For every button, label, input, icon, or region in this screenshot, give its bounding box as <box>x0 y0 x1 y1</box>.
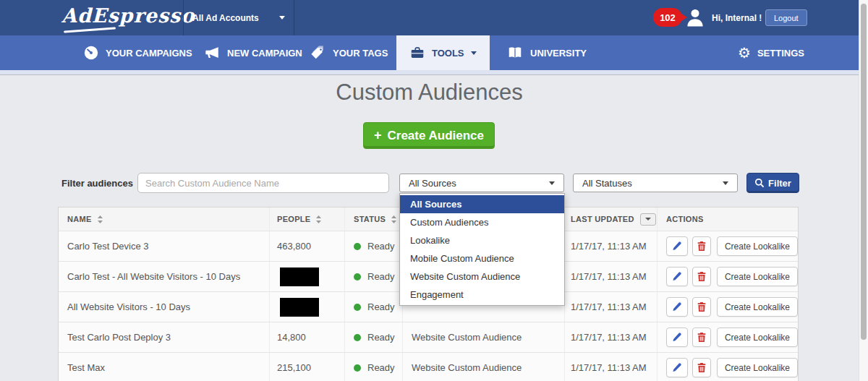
source-select-value: All Sources <box>409 178 456 189</box>
sort-direction-button[interactable] <box>640 213 656 226</box>
table-row: Test Max 215,100 Ready Website Custom Au… <box>59 352 798 381</box>
notification-badge[interactable]: 102 <box>653 8 682 27</box>
status-cell: Ready <box>345 231 403 261</box>
filter-button[interactable]: Filter <box>746 173 799 193</box>
edit-button[interactable] <box>666 328 688 347</box>
column-header-people[interactable]: PEOPLE <box>270 207 345 231</box>
delete-button[interactable] <box>692 328 711 347</box>
adespresso-logo[interactable]: AdEspresso <box>61 4 195 27</box>
status-label: Ready <box>367 271 395 282</box>
dropdown-option-all-sources[interactable]: All Sources <box>400 195 564 213</box>
navbar: YOUR CAMPAIGNS NEW CAMPAIGN YOUR TAGS <box>0 35 868 70</box>
nav-new-campaign-label: NEW CAMPAIGN <box>227 48 302 59</box>
status-ready-dot <box>354 304 361 311</box>
people-count-cell: 215,100 <box>270 353 345 381</box>
audience-name-cell: All Website Visitors - 10 Days <box>59 292 270 322</box>
create-lookalike-button[interactable]: Create Lookalike <box>717 297 798 317</box>
source-dropdown-menu: All Sources Custom Audiences Lookalike M… <box>399 193 565 306</box>
dropdown-option-custom-audiences[interactable]: Custom Audiences <box>400 213 564 231</box>
topbar: AdEspresso All Ad Accounts 102 Hi, Inter… <box>0 0 868 35</box>
create-audience-button[interactable]: + Create Audience <box>363 122 495 149</box>
actions-cell: Create Lookalike <box>658 262 798 291</box>
status-label: Ready <box>367 332 395 343</box>
last-updated-cell: 1/17/17, 11:13 AM <box>565 322 658 352</box>
nav-tools[interactable]: TOOLS <box>396 35 490 70</box>
briefcase-icon <box>409 45 425 61</box>
column-label: ACTIONS <box>666 215 704 223</box>
status-ready-dot <box>354 243 361 250</box>
ad-account-selector[interactable]: All Ad Accounts <box>183 0 294 35</box>
status-cell: Ready <box>345 292 403 322</box>
actions-cell: Create Lookalike <box>658 353 798 381</box>
audience-name-cell: Carlo Test Device 3 <box>59 231 270 261</box>
edit-button[interactable] <box>666 236 688 256</box>
status-select[interactable]: All Statuses <box>573 174 738 192</box>
audience-name-cell: Test Max <box>59 353 270 381</box>
column-header-status[interactable]: STATUS <box>345 207 403 231</box>
actions-cell: Create Lookalike <box>658 231 798 261</box>
source-cell: Website Custom Audience <box>403 353 565 381</box>
delete-button[interactable] <box>692 267 711 286</box>
scrollbar[interactable] <box>859 0 868 381</box>
nav-settings-label: SETTINGS <box>757 48 804 59</box>
delete-button[interactable] <box>692 358 711 377</box>
source-cell: Website Custom Audience <box>403 322 565 352</box>
nav-tools-label: TOOLS <box>432 48 464 59</box>
status-cell: Ready <box>345 262 403 291</box>
nav-new-campaign[interactable]: NEW CAMPAIGN <box>204 35 302 70</box>
status-ready-dot <box>354 334 361 341</box>
actions-cell: Create Lookalike <box>658 322 798 352</box>
search-input[interactable] <box>137 173 389 193</box>
column-header-name[interactable]: NAME <box>59 207 270 231</box>
actions-cell: Create Lookalike <box>658 292 798 322</box>
column-header-actions: ACTIONS <box>658 207 798 231</box>
column-label: STATUS <box>354 215 386 223</box>
nav-settings[interactable]: ⚙ SETTINGS <box>738 35 804 70</box>
dropdown-option-engagement[interactable]: Engagement <box>400 286 564 304</box>
sort-icon <box>391 215 396 223</box>
people-count-cell: 14,800 <box>270 322 345 352</box>
nav-university[interactable]: UNIVERSITY <box>506 35 587 70</box>
status-ready-dot <box>354 273 361 281</box>
gear-icon: ⚙ <box>738 46 751 60</box>
create-lookalike-button[interactable]: Create Lookalike <box>717 358 798 377</box>
status-label: Ready <box>367 362 395 373</box>
user-icon[interactable] <box>684 7 706 28</box>
last-updated-cell: 1/17/17, 11:13 AM <box>565 231 658 261</box>
caret-down-icon <box>279 16 285 20</box>
nav-your-tags[interactable]: YOUR TAGS <box>310 35 388 70</box>
logout-button[interactable]: Logout <box>765 9 807 26</box>
dropdown-option-website-custom-audience[interactable]: Website Custom Audience <box>400 267 564 286</box>
book-icon <box>506 45 524 61</box>
status-select-value: All Statuses <box>582 178 632 189</box>
sort-icon <box>98 215 103 223</box>
create-lookalike-button[interactable]: Create Lookalike <box>717 328 798 347</box>
create-lookalike-button[interactable]: Create Lookalike <box>717 236 798 256</box>
sort-icon <box>316 215 321 223</box>
column-header-last-updated[interactable]: LAST UPDATED <box>565 207 658 231</box>
edit-button[interactable] <box>666 267 688 286</box>
caret-down-icon <box>723 181 728 185</box>
dropdown-option-lookalike[interactable]: Lookalike <box>400 231 564 249</box>
nav-your-campaigns[interactable]: YOUR CAMPAIGNS <box>83 35 192 70</box>
dropdown-option-mobile-custom-audience[interactable]: Mobile Custom Audience <box>400 249 564 267</box>
caret-down-icon <box>645 218 651 221</box>
edit-button[interactable] <box>666 297 688 317</box>
create-lookalike-button[interactable]: Create Lookalike <box>717 267 798 286</box>
edit-button[interactable] <box>666 358 688 377</box>
filter-audiences-label: Filter audiences <box>61 178 133 189</box>
status-label: Ready <box>367 301 395 312</box>
delete-button[interactable] <box>692 297 711 317</box>
source-select[interactable]: All Sources <box>399 174 564 192</box>
gauge-icon <box>83 45 99 61</box>
column-label: NAME <box>67 215 92 223</box>
delete-button[interactable] <box>692 236 711 256</box>
status-cell: Ready <box>345 322 403 352</box>
people-count-cell <box>270 292 345 322</box>
redaction-box <box>280 267 319 286</box>
tags-icon <box>310 45 326 61</box>
search-icon <box>754 178 765 188</box>
people-count-cell <box>270 262 345 291</box>
last-updated-cell: 1/17/17, 11:13 AM <box>565 262 658 291</box>
scrollbar-thumb[interactable] <box>861 4 867 340</box>
